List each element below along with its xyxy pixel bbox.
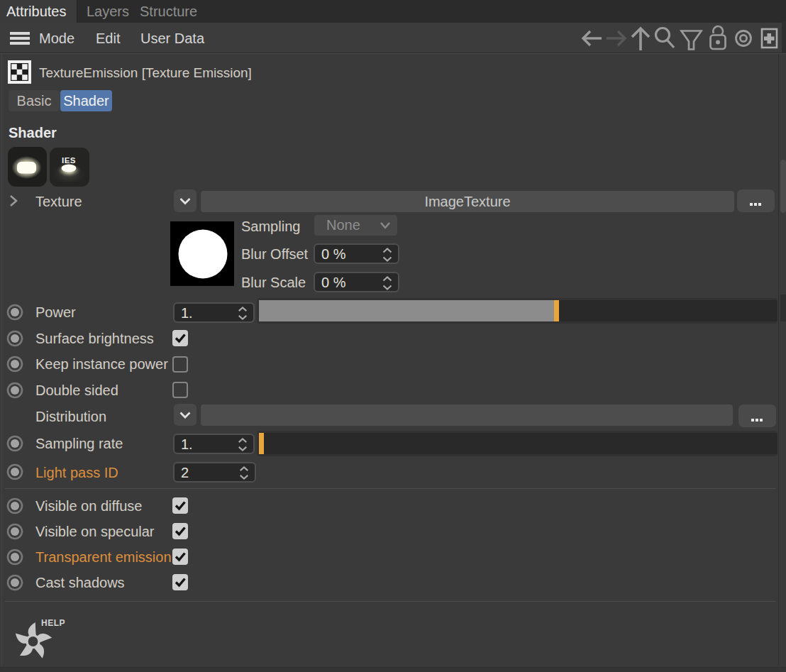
svg-text:IES: IES <box>62 156 76 165</box>
